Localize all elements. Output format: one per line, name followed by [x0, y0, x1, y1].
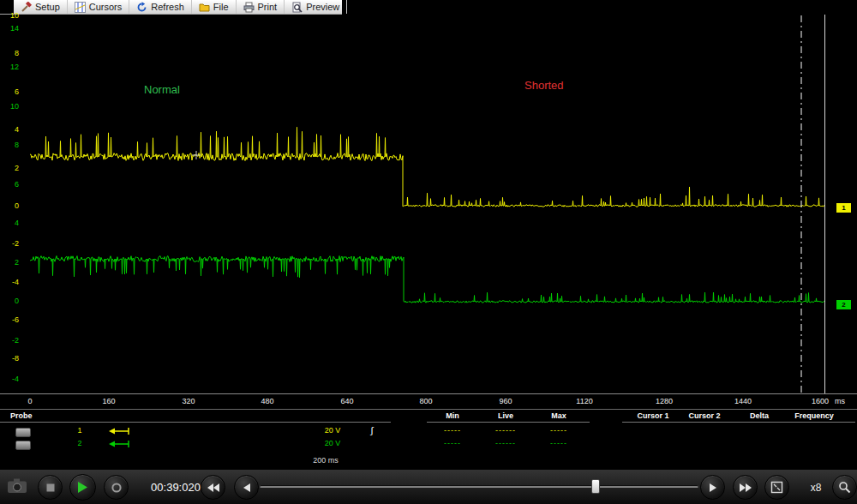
step-forward-icon	[709, 483, 717, 493]
annotation-normal: Normal	[144, 83, 180, 96]
zoom-button[interactable]	[832, 475, 857, 500]
channel-2-row: 2 20 V ----- ------ -----	[0, 439, 857, 450]
fast-forward-icon	[739, 483, 752, 493]
app-corner-box	[0, 0, 14, 14]
step-back-icon	[243, 483, 251, 493]
x-axis-unit: ms	[835, 397, 845, 405]
folder-icon	[199, 2, 210, 13]
x-axis-tick-label: 640	[333, 397, 362, 405]
skip-back-icon	[207, 483, 220, 493]
play-button[interactable]	[69, 474, 96, 501]
channel-1-range[interactable]: 20 V	[315, 426, 350, 435]
channel-1-number: 1	[74, 426, 86, 435]
y-axis-label: 6	[0, 180, 19, 189]
y-axis-label: 4	[0, 219, 19, 227]
channel-1-max-value: -----	[542, 426, 576, 435]
x-axis-tick-label: 0	[15, 397, 45, 405]
y-axis-label: -4	[0, 375, 19, 383]
channel-2-max-value: -----	[542, 439, 576, 447]
channel-1-probe-icon	[108, 426, 132, 436]
record-button[interactable]	[104, 475, 129, 500]
cursors-button[interactable]: Cursors	[68, 0, 130, 14]
preview-label: Preview	[306, 2, 339, 12]
x-axis-tick-label: 1280	[650, 397, 679, 405]
toolbar: Setup Cursors Refresh File Print	[0, 0, 342, 15]
timeline-slider-thumb[interactable]	[591, 479, 600, 494]
channel-2-enable-button[interactable]	[15, 441, 31, 450]
refresh-button[interactable]: Refresh	[129, 0, 192, 14]
channel-2-range[interactable]: 20 V	[315, 439, 350, 447]
live-column-header: Live	[488, 411, 523, 420]
frequency-column-header: Frequency	[787, 411, 842, 420]
fullscreen-button[interactable]	[764, 475, 789, 500]
y-axis-label: -2	[0, 336, 19, 345]
annotation-shorted: Shorted	[524, 79, 564, 92]
channel-2-min-value: -----	[435, 439, 470, 447]
skip-back-button[interactable]	[201, 475, 225, 500]
y-axis-label: 0	[0, 201, 19, 210]
zoom-level-label: x8	[804, 482, 828, 494]
preview-button[interactable]: Preview	[285, 0, 347, 14]
y-axis-label: 8	[0, 49, 19, 57]
stop-icon	[46, 483, 55, 492]
stop-button[interactable]	[38, 475, 63, 500]
x-axis-tick-label: 1440	[728, 397, 758, 405]
setup-icon	[21, 2, 32, 13]
file-label: File	[213, 2, 229, 12]
channel-1-coupling-icon[interactable]: ∫	[367, 425, 377, 435]
channel-1-badge[interactable]: 1	[836, 202, 852, 213]
step-back-button[interactable]	[234, 475, 259, 500]
x-axis-tick-label: 160	[94, 397, 123, 405]
y-axis-label: 2	[0, 164, 19, 172]
y-axis-label: 8	[0, 141, 19, 149]
print-button[interactable]: Print	[237, 0, 285, 14]
file-button[interactable]: File	[192, 0, 237, 14]
y-axis-label: -2	[0, 239, 19, 248]
channel-2-number: 2	[74, 439, 86, 447]
channel-1-min-value: -----	[435, 426, 470, 435]
fast-forward-button[interactable]	[733, 475, 758, 500]
transport-bar: 00:39:020 x8	[0, 469, 857, 504]
x-axis-tick-label: 480	[253, 397, 282, 405]
refresh-label: Refresh	[151, 2, 184, 12]
y-axis-label: 0	[0, 297, 19, 305]
snapshot-camera-icon[interactable]	[7, 478, 28, 494]
waveform-plot	[0, 0, 857, 394]
delta-column-header: Delta	[739, 411, 780, 420]
step-forward-button[interactable]	[700, 475, 725, 500]
probe-header: Probe	[10, 411, 33, 420]
refresh-icon	[136, 2, 147, 13]
x-axis-tick-label: 960	[491, 397, 520, 405]
values-underline	[427, 422, 590, 423]
oscilloscope-app: Setup Cursors Refresh File Print	[0, 0, 857, 504]
setup-button[interactable]: Setup	[14, 0, 68, 14]
cursor2-column-header: Cursor 2	[679, 411, 730, 420]
magnifier-icon	[838, 481, 851, 494]
channel-2-badge[interactable]: 2	[836, 299, 852, 310]
y-axis-label: 14	[0, 24, 19, 33]
x-axis-tick-label: 800	[411, 397, 440, 405]
timeline-slider-track[interactable]	[260, 485, 698, 488]
cursor1-column-header: Cursor 1	[627, 411, 679, 420]
timebase-label[interactable]: 200 ms	[305, 456, 346, 465]
channel-1-trace	[30, 127, 824, 207]
print-label: Print	[258, 2, 278, 12]
printer-icon	[243, 2, 255, 13]
min-column-header: Min	[435, 411, 470, 420]
y-axis-label: -6	[0, 315, 19, 324]
x-axis-tick-label: 1600	[806, 397, 835, 405]
channel-2-live-value: ------	[488, 439, 523, 447]
x-axis-tick-label: 1120	[570, 397, 599, 405]
channel-1-enable-button[interactable]	[15, 428, 31, 437]
channel-2-trace	[30, 256, 824, 303]
x-axis-tick-label: 320	[174, 397, 203, 405]
y-axis-label: 12	[0, 63, 19, 71]
play-icon	[77, 481, 88, 494]
axis-bottom-separator	[0, 409, 857, 410]
cursors-underline	[622, 422, 855, 423]
preview-icon	[291, 2, 303, 13]
y-axis-label: 10	[0, 102, 19, 111]
max-column-header: Max	[542, 411, 576, 420]
plot-bottom-separator	[0, 393, 857, 394]
channel-2-probe-icon	[108, 439, 132, 449]
